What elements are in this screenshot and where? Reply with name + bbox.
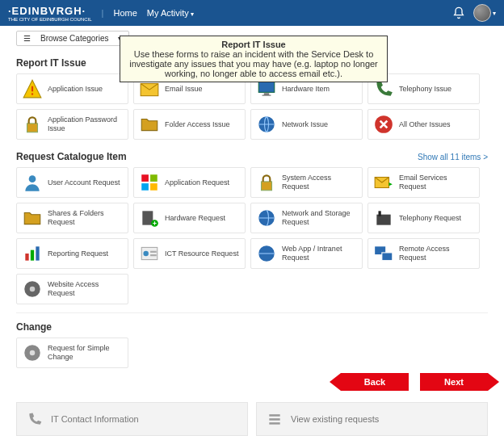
card-label: Email Issue bbox=[165, 85, 203, 94]
card-label: Remote Access Request bbox=[399, 245, 474, 262]
svg-rect-3 bbox=[258, 82, 275, 92]
card-request-simple-change[interactable]: Request for Simple Change bbox=[16, 337, 128, 368]
svg-rect-20 bbox=[379, 211, 381, 216]
desk-phone-icon bbox=[373, 208, 394, 228]
card-label: ICT Resource Request bbox=[165, 249, 238, 258]
user-avatar[interactable]: ▾ bbox=[473, 4, 496, 22]
card-folder-access-issue[interactable]: Folder Access Issue bbox=[133, 109, 246, 140]
svg-point-32 bbox=[30, 287, 36, 292]
id-badge-icon bbox=[139, 243, 160, 264]
svg-rect-0 bbox=[32, 86, 33, 92]
card-app-password-issue[interactable]: Application Password Issue bbox=[16, 109, 128, 140]
brand-text: ·EDINBVRGH· bbox=[8, 5, 86, 17]
card-label: Application Request bbox=[165, 178, 229, 187]
list-icon bbox=[267, 411, 283, 427]
info-callout: Report IT Issue Use these forms to raise… bbox=[120, 36, 388, 82]
remote-desktop-icon bbox=[373, 243, 394, 264]
next-button[interactable]: Next bbox=[420, 373, 488, 391]
main-content: Report IT Issue Application Issue Email … bbox=[0, 57, 504, 436]
svg-rect-35 bbox=[269, 414, 279, 417]
globe-icon bbox=[256, 243, 277, 264]
browse-categories-dropdown[interactable]: ☰ Browse Categories ▾ bbox=[16, 31, 129, 46]
card-label: System Access Request bbox=[282, 174, 357, 191]
globe-icon bbox=[256, 114, 277, 135]
card-label: Website Access Request bbox=[48, 280, 123, 298]
card-shares-folders-request[interactable]: Shares & Folders Request bbox=[16, 203, 128, 233]
nav-my-activity-link[interactable]: My Activity▾ bbox=[147, 8, 194, 18]
card-label: Telephony Request bbox=[399, 214, 461, 223]
section-divider bbox=[16, 312, 488, 313]
navbar-left: ·EDINBVRGH· THE CITY OF EDINBURGH COUNCI… bbox=[8, 5, 194, 22]
callout-title: Report IT Issue bbox=[127, 40, 380, 49]
catalogue-grid: User Account Request Application Request… bbox=[16, 167, 488, 304]
padlock-icon bbox=[22, 114, 43, 135]
svg-rect-21 bbox=[25, 254, 28, 261]
svg-rect-37 bbox=[269, 422, 279, 425]
card-network-issue[interactable]: Network Issue bbox=[250, 109, 363, 140]
card-label: Telephony Issue bbox=[399, 85, 452, 94]
avatar-icon bbox=[473, 4, 491, 22]
gear-icon bbox=[22, 342, 43, 363]
gear-icon bbox=[22, 279, 43, 300]
card-telephony-request[interactable]: Telephony Request bbox=[368, 203, 480, 233]
server-plus-icon bbox=[139, 208, 160, 228]
footer-existing-label: View existing requests bbox=[291, 414, 379, 424]
card-website-access-request[interactable]: Website Access Request bbox=[16, 274, 128, 304]
card-remote-access-request[interactable]: Remote Access Request bbox=[368, 238, 480, 269]
nav-my-activity-label: My Activity bbox=[147, 8, 189, 18]
card-label: User Account Request bbox=[48, 178, 120, 187]
callout-body: Use these forms to raise an incident wit… bbox=[127, 49, 380, 78]
bell-icon[interactable] bbox=[452, 6, 465, 19]
brand-logo: ·EDINBVRGH· THE CITY OF EDINBURGH COUNCI… bbox=[8, 5, 92, 22]
card-network-storage-request[interactable]: Network and Storage Request bbox=[250, 203, 363, 233]
card-application-issue[interactable]: Application Issue bbox=[16, 73, 128, 104]
globe-icon bbox=[256, 208, 277, 228]
card-label: Folder Access Issue bbox=[165, 120, 230, 129]
padlock-icon bbox=[256, 172, 277, 193]
svg-rect-27 bbox=[150, 254, 157, 256]
card-label: Email Services Request bbox=[399, 174, 474, 191]
warning-triangle-icon bbox=[22, 78, 43, 99]
card-label: Network Issue bbox=[282, 120, 328, 129]
chevron-down-icon: ▾ bbox=[493, 10, 496, 17]
svg-rect-4 bbox=[264, 93, 270, 94]
svg-point-25 bbox=[143, 251, 149, 257]
card-application-request[interactable]: Application Request bbox=[133, 167, 246, 198]
card-hardware-request[interactable]: Hardware Request bbox=[133, 203, 246, 233]
browse-categories-label: Browse Categories bbox=[40, 34, 108, 43]
card-reporting-request[interactable]: Reporting Request bbox=[16, 238, 128, 269]
brand-subtext: THE CITY OF EDINBURGH COUNCIL bbox=[8, 17, 92, 22]
footer-view-existing[interactable]: View existing requests bbox=[256, 402, 488, 436]
svg-point-9 bbox=[29, 175, 36, 182]
chevron-down-icon: ▾ bbox=[191, 10, 194, 18]
card-web-app-intranet-request[interactable]: Web App / Intranet Request bbox=[250, 238, 363, 269]
card-label: All Other Issues bbox=[399, 120, 451, 129]
card-ict-resource-request[interactable]: ICT Resource Request bbox=[133, 238, 246, 269]
section-title-change: Change bbox=[16, 321, 488, 333]
nav-separator: | bbox=[102, 8, 104, 18]
svg-rect-14 bbox=[262, 182, 272, 191]
card-system-access-request[interactable]: System Access Request bbox=[250, 167, 363, 198]
footer-it-contact[interactable]: IT Contact Information bbox=[16, 402, 248, 436]
svg-rect-1 bbox=[32, 93, 33, 94]
svg-point-34 bbox=[30, 350, 36, 356]
report-grid: Application Issue Email Issue Hardware I… bbox=[16, 73, 488, 140]
svg-rect-5 bbox=[262, 95, 271, 96]
hamburger-icon: ☰ bbox=[23, 34, 31, 43]
card-email-services-request[interactable]: Email Services Request bbox=[368, 167, 480, 198]
card-user-account-request[interactable]: User Account Request bbox=[16, 167, 128, 198]
nav-home-link[interactable]: Home bbox=[113, 8, 136, 18]
envelope-arrow-icon bbox=[373, 172, 394, 193]
back-button[interactable]: Back bbox=[341, 373, 409, 391]
card-label: Shares & Folders Request bbox=[48, 209, 123, 227]
x-circle-icon bbox=[373, 114, 394, 135]
windows-icon bbox=[139, 172, 160, 193]
folder-icon bbox=[139, 114, 160, 135]
show-all-link[interactable]: Show all 11 items > bbox=[418, 153, 488, 161]
section-title-catalogue: Request Catalogue Item bbox=[16, 151, 127, 162]
card-label: Application Issue bbox=[48, 85, 103, 94]
svg-rect-30 bbox=[382, 253, 393, 261]
card-label: Application Password Issue bbox=[48, 115, 123, 133]
footer-contact-label: IT Contact Information bbox=[51, 414, 139, 424]
card-all-other-issues[interactable]: All Other Issues bbox=[368, 109, 480, 140]
